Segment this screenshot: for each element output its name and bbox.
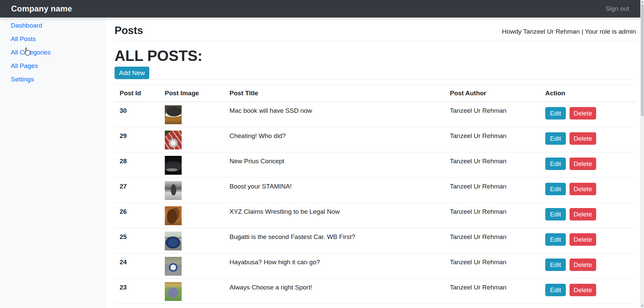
post-action-cell: Edit Delete [540,228,636,253]
post-author-cell: Tanzeel Ur Rehman [445,279,540,304]
divider [115,41,636,41]
edit-button[interactable]: Edit [545,208,566,220]
post-id: 24 [120,259,127,266]
post-id: 30 [120,107,127,114]
post-title: Hayabusa? How high it can go? [229,259,320,266]
post-id: 23 [120,284,127,291]
post-author: Tanzeel Ur Rehman [450,233,507,240]
scrollbar-down-arrow-icon[interactable]: ▼ [641,304,644,308]
top-navbar: Company name Sign out [0,0,644,18]
post-title-cell: XYZ Claims Wrestling to be Legal Now [224,203,445,228]
sidebar-item-all-pages[interactable]: All Pages [0,59,106,73]
page-header-row: Posts Howdy Tanzeel Ur Rehman | Your rol… [115,25,636,36]
table-row: 23 Always Choose a right Sport! Tanzeel … [115,279,636,304]
sign-out-link[interactable]: Sign out [606,5,629,12]
column-header-post-author: Post Author [445,85,540,102]
table-row: 30 Mac book will have SSD now Tanzeel Ur… [115,102,636,127]
post-thumbnail-image [165,181,182,200]
post-title: Cheating! Who did? [229,132,286,139]
post-author: Tanzeel Ur Rehman [450,183,507,190]
table-row: 25 Bugatti is the second Fastest Car. WB… [115,228,636,253]
edit-button[interactable]: Edit [545,132,566,145]
post-title-cell: Always Choose a right Sport! [224,279,445,304]
post-author-cell: Tanzeel Ur Rehman [445,178,540,203]
post-action-cell: Edit Delete [540,127,636,152]
sidebar-item-all-categories[interactable]: All Categories [0,46,106,59]
post-action-cell: Edit Delete [540,253,636,279]
sidebar-item-dashboard[interactable]: Dashboard [0,19,106,32]
post-thumbnail-image [165,156,182,175]
post-title-cell: Mac book will have SSD now [224,102,445,127]
post-id: 27 [120,183,127,190]
column-header-post-id: Post Id [115,85,160,102]
post-id-cell: 24 [115,253,160,279]
post-title: Mac book will have SSD now [229,107,312,114]
edit-button[interactable]: Edit [545,183,566,195]
post-action-cell: Edit Delete [540,279,636,304]
table-row: 24 Hayabusa? How high it can go? Tanzeel… [115,253,636,279]
post-thumbnail-image [165,131,182,149]
post-author-cell: Tanzeel Ur Rehman [445,152,540,178]
post-id: 25 [120,233,127,240]
post-author: Tanzeel Ur Rehman [450,284,507,291]
main-content: Posts Howdy Tanzeel Ur Rehman | Your rol… [106,18,644,308]
edit-button[interactable]: Edit [545,233,566,246]
delete-button[interactable]: Delete [570,259,596,271]
table-row: 28 New Prius Concept Tanzeel Ur Rehman E… [115,152,636,178]
section-heading: ALL POSTS: [115,48,636,64]
delete-button[interactable]: Delete [570,284,596,296]
sidebar-item-all-posts[interactable]: All Posts [0,32,106,46]
post-author: Tanzeel Ur Rehman [450,107,507,114]
sidebar-item-settings[interactable]: Settings [0,73,106,86]
add-new-button[interactable]: Add New [115,67,149,79]
delete-button[interactable]: Delete [570,158,596,170]
post-image-cell [160,279,224,304]
post-id-cell: 23 [115,279,160,304]
post-author-cell: Tanzeel Ur Rehman [445,102,540,127]
vertical-scrollbar[interactable]: ▲ ▼ [640,0,644,308]
table-row: 29 Cheating! Who did? Tanzeel Ur Rehman … [115,127,636,152]
post-action-cell: Edit Delete [540,152,636,178]
user-greeting: Howdy Tanzeel Ur Rehman | Your role is a… [502,28,636,36]
edit-button[interactable]: Edit [545,259,566,271]
post-id-cell: 30 [115,102,160,127]
delete-button[interactable]: Delete [570,208,596,220]
delete-button[interactable]: Delete [570,132,596,145]
post-image-cell [160,203,224,228]
scrollbar-up-arrow-icon[interactable]: ▲ [641,0,644,4]
sidebar: Dashboard All Posts All Categories All P… [0,18,106,308]
post-title-cell: Boost your STAMINA! [224,178,445,203]
table-body: 30 Mac book will have SSD now Tanzeel Ur… [115,102,636,304]
post-thumbnail-image [165,105,182,124]
post-title: Bugatti is the second Fastest Car. WB Fi… [229,233,355,240]
edit-button[interactable]: Edit [545,158,566,170]
post-author-cell: Tanzeel Ur Rehman [445,203,540,228]
delete-button[interactable]: Delete [570,107,596,119]
delete-button[interactable]: Delete [570,183,596,195]
edit-button[interactable]: Edit [545,107,566,119]
edit-button[interactable]: Edit [545,284,566,296]
post-thumbnail-image [165,282,182,301]
post-id-cell: 29 [115,127,160,152]
column-header-action: Action [540,85,636,102]
post-title: XYZ Claims Wrestling to be Legal Now [229,208,340,215]
post-author-cell: Tanzeel Ur Rehman [445,127,540,152]
post-author: Tanzeel Ur Rehman [450,132,507,139]
brand-title: Company name [11,4,72,13]
scrollbar-thumb[interactable] [641,4,644,116]
page-layout: Dashboard All Posts All Categories All P… [0,18,644,308]
post-author-cell: Tanzeel Ur Rehman [445,253,540,279]
post-author-cell: Tanzeel Ur Rehman [445,228,540,253]
post-image-cell [160,127,224,152]
post-id: 29 [120,132,127,139]
post-author: Tanzeel Ur Rehman [450,208,507,215]
post-title: Boost your STAMINA! [229,183,292,190]
post-thumbnail-image [165,206,182,225]
posts-table-head: Post Id Post Image Post Title Post Autho… [115,85,636,102]
column-header-post-title: Post Title [224,85,445,102]
delete-button[interactable]: Delete [570,233,596,246]
post-thumbnail-image [165,257,182,276]
post-title-cell: New Prius Concept [224,152,445,178]
table-row: 27 Boost your STAMINA! Tanzeel Ur Rehman… [115,178,636,203]
post-id: 26 [120,208,127,215]
